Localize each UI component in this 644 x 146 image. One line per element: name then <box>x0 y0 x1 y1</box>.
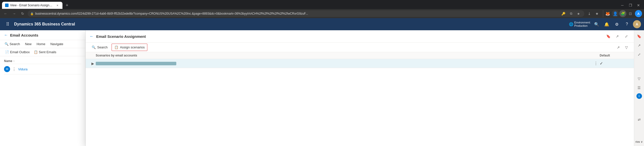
modal-expand-button[interactable]: ⤢ <box>623 33 630 40</box>
search-toolbar-button[interactable]: 🔍 Search <box>4 41 20 47</box>
minimize-button[interactable]: ─ <box>619 2 626 9</box>
navigate-toolbar-button[interactable]: Navigate <box>50 41 64 47</box>
far-right-share-button[interactable]: ↗ <box>636 42 643 49</box>
list-item-name[interactable]: Vidura <box>18 67 27 71</box>
search-toolbar-icon: 🔍 <box>5 42 9 46</box>
modal-toolbar-left: 🔍 Search 📋 Assign scenarios <box>90 44 615 51</box>
far-right-list-button[interactable]: ☰ <box>636 84 643 91</box>
extensions-button[interactable]: 🧩 <box>619 10 626 17</box>
left-panel-header: ← Email Accounts <box>0 30 85 40</box>
sort-icon: ↑ <box>13 60 15 63</box>
download-button[interactable]: ⤓ <box>586 10 593 17</box>
browser-tab[interactable]: View - Email Scenario Assignme... ✕ <box>2 2 62 9</box>
far-right-connect-button[interactable]: ⇄ <box>636 116 643 123</box>
address-bar-row: ← → ↻ 🔒 businesscentral.dynamics.com/022… <box>0 9 644 18</box>
modal-toolbar-filter-button[interactable]: ▽ <box>623 44 630 51</box>
env-label: Environment: <box>574 21 591 24</box>
new-toolbar-button[interactable]: New <box>24 41 32 47</box>
modal-header-actions: 🔖 ↗ ⤢ <box>605 33 630 40</box>
sent-emails-label: Sent Emails <box>39 50 56 54</box>
search-topnav-button[interactable]: 🔍 <box>593 20 601 28</box>
sent-emails-nav-item[interactable]: 📋 Sent Emails <box>33 49 57 55</box>
search-toolbar-label: Search <box>10 42 20 46</box>
modal-header: ← Email Scenario Assignment 🔖 ↗ ⤢ <box>86 30 634 43</box>
close-button[interactable]: ✕ <box>635 2 642 9</box>
env-text: Environment: Production <box>574 21 591 27</box>
extension-user-button[interactable]: 👤 <box>612 10 619 17</box>
assign-scenarios-button[interactable]: 📋 Assign scenarios <box>112 44 147 51</box>
refresh-button[interactable]: ↻ <box>19 10 26 17</box>
modal-toolbar-share-button[interactable]: ↗ <box>615 44 622 51</box>
masked-email <box>96 62 176 65</box>
maximize-button[interactable]: ❐ <box>627 2 634 9</box>
copy-address-button[interactable]: ⧉ <box>568 10 574 17</box>
password-manager-icon[interactable]: 🔑 <box>560 10 567 17</box>
far-right-bookmark-button[interactable]: 🔖 <box>636 33 643 40</box>
modal-table-header: Scenarios by email accounts Default <box>86 52 634 59</box>
browser-favorites-button[interactable]: ★ <box>593 10 600 17</box>
modal-bookmark-button[interactable]: 🔖 <box>605 33 612 40</box>
sidebar-toggle-button[interactable]: ⊡ <box>627 10 634 17</box>
sent-emails-icon: 📋 <box>34 50 38 54</box>
notifications-button[interactable]: 🔔 <box>603 20 611 28</box>
new-tab-button[interactable]: + <box>63 2 71 9</box>
modal-share-icon: ↗ <box>616 34 619 38</box>
default-column-header: Default <box>600 54 630 57</box>
row-toggle-icon: ▶ <box>90 62 96 66</box>
row-email-cell <box>96 61 592 66</box>
check-icon: ✓ <box>600 61 603 66</box>
modal-share-button[interactable]: ↗ <box>614 33 621 40</box>
back-nav-button[interactable]: ← <box>2 10 9 17</box>
row-more-button[interactable]: ⋮ <box>592 61 600 66</box>
left-panel: ← Email Accounts 🔍 Search New Home Navig… <box>0 30 86 146</box>
modal-title: Email Scenario Assignment <box>96 34 605 39</box>
help-button[interactable]: ? <box>623 20 631 28</box>
far-right-filter-button[interactable]: ▽ <box>636 75 643 82</box>
home-toolbar-button[interactable]: Home <box>36 41 46 47</box>
forward-nav-button[interactable]: → <box>11 10 18 17</box>
scenarios-dropdown[interactable]: rios ∨ <box>635 140 643 143</box>
address-text: businesscentral.dynamics.com/0224d299-27… <box>35 12 559 15</box>
browser-action-icons: ⤓ ★ <box>586 10 600 17</box>
left-panel-title: Email Accounts <box>10 33 38 37</box>
profile-button[interactable]: A <box>635 10 642 17</box>
bookmark-address-button[interactable]: ★ <box>575 10 582 17</box>
back-arrow-icon: ← <box>4 33 8 37</box>
assign-icon: 📋 <box>114 45 118 49</box>
new-toolbar-label: New <box>25 42 31 46</box>
tab-favicon <box>5 4 9 7</box>
navigate-toolbar-label: Navigate <box>50 42 63 46</box>
email-outbox-nav-item[interactable]: 📄 Email Outbox <box>4 49 31 55</box>
list-item-more-button[interactable]: ⋮ <box>12 67 16 72</box>
modal-expand-icon: ⤢ <box>625 34 628 38</box>
far-right-expand-button[interactable]: ⤢ <box>636 51 643 58</box>
tab-close-button[interactable]: ✕ <box>55 3 59 7</box>
email-outbox-icon: 📄 <box>5 50 9 54</box>
main-content: ← Email Accounts 🔍 Search New Home Navig… <box>0 30 644 146</box>
email-outbox-label: Email Outbox <box>10 50 30 54</box>
extension-fox-button[interactable]: 🦊 <box>604 10 611 17</box>
far-right-info-button[interactable]: i <box>636 93 642 99</box>
modal-back-button[interactable]: ← <box>90 34 94 39</box>
modal-bookmark-icon: 🔖 <box>606 34 611 38</box>
modal-toolbar-right: ↗ ▽ <box>615 44 630 51</box>
table-row: ▶ ⋮ ✓ <box>86 59 634 68</box>
row-email-text <box>96 62 176 66</box>
app-topnav: ⠿ Dynamics 365 Business Central 🌐 Enviro… <box>0 18 644 30</box>
modal-search-button[interactable]: 🔍 Search <box>90 44 110 51</box>
address-bar[interactable]: 🔒 businesscentral.dynamics.com/0224d299-… <box>28 10 584 17</box>
env-value: Production <box>574 24 591 27</box>
waffle-menu-button[interactable]: ⠿ <box>3 20 12 29</box>
waffle-icon: ⠿ <box>6 21 9 27</box>
lock-icon: 🔒 <box>30 12 34 15</box>
list-item-email-icon: ✉ <box>4 66 10 72</box>
modal-toolbar: 🔍 Search 📋 Assign scenarios ↗ <box>86 43 634 52</box>
assign-label: Assign scenarios <box>120 45 145 49</box>
list-area: Name ↑ ✉ ⋮ Vidura <box>0 56 85 76</box>
left-panel-back-button[interactable]: ← <box>4 33 8 37</box>
user-avatar[interactable]: A <box>633 20 641 28</box>
modal-dialog: ← Email Scenario Assignment 🔖 ↗ ⤢ <box>86 30 634 146</box>
list-item: ✉ ⋮ Vidura <box>4 64 81 74</box>
settings-button[interactable]: ⚙ <box>613 20 621 28</box>
address-actions: 🔑 ⧉ ★ <box>560 10 582 17</box>
